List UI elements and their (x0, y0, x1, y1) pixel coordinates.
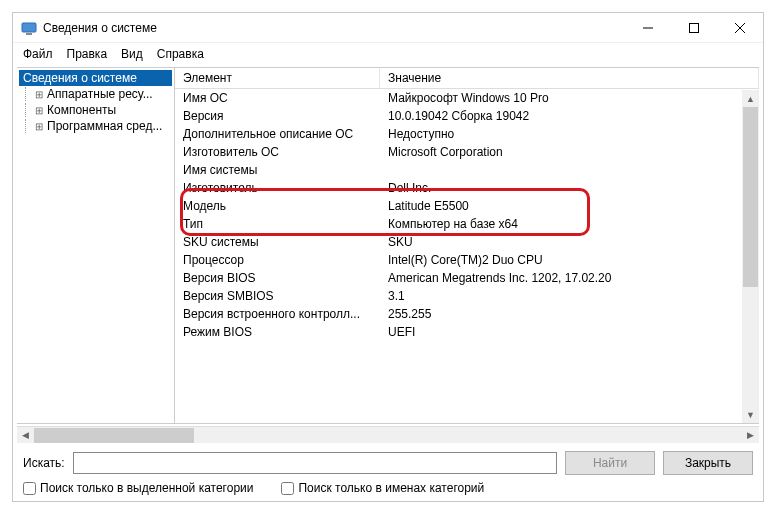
titlebar: Сведения о системе (13, 13, 763, 43)
cell-value: American Megatrends Inc. 1202, 17.02.20 (380, 269, 759, 287)
expand-icon[interactable]: ⊞ (33, 121, 45, 132)
list-row[interactable]: Версия SMBIOS3.1 (175, 287, 759, 305)
cell-element: Модель (175, 197, 380, 215)
horizontal-scrollbar[interactable]: ◀ ▶ (17, 426, 759, 443)
scroll-right-icon[interactable]: ▶ (742, 427, 759, 444)
scroll-down-icon[interactable]: ▼ (742, 406, 759, 423)
cell-element: Имя ОС (175, 89, 380, 107)
maximize-button[interactable] (671, 13, 717, 43)
cell-element: Режим BIOS (175, 323, 380, 341)
app-icon (21, 20, 37, 36)
search-label: Искать: (23, 456, 65, 470)
cell-value: Intel(R) Core(TM)2 Duo CPU (380, 251, 759, 269)
checkbox-only-names[interactable] (281, 482, 294, 495)
menubar: Файл Правка Вид Справка (13, 43, 763, 65)
cell-value: Microsoft Corporation (380, 143, 759, 161)
cell-value (380, 161, 759, 179)
list-row[interactable]: ПроцессорIntel(R) Core(TM)2 Duo CPU (175, 251, 759, 269)
tree-item-components[interactable]: ⊞ Компоненты (17, 102, 174, 118)
search-panel: Искать: Найти Закрыть Поиск только в выд… (13, 443, 763, 501)
system-info-window: Сведения о системе Файл Правка Вид Справ… (12, 12, 764, 502)
tree-label: Компоненты (47, 103, 116, 117)
list-row[interactable]: Версия встроенного контролл...255.255 (175, 305, 759, 323)
cell-element: Процессор (175, 251, 380, 269)
list-row[interactable]: МодельLatitude E5500 (175, 197, 759, 215)
cell-value: Dell Inc. (380, 179, 759, 197)
cell-element: Версия BIOS (175, 269, 380, 287)
checkbox-label: Поиск только в именах категорий (298, 481, 484, 495)
close-button[interactable] (717, 13, 763, 43)
cell-value: 3.1 (380, 287, 759, 305)
list-row[interactable]: Версия10.0.19042 Сборка 19042 (175, 107, 759, 125)
search-input[interactable] (73, 452, 557, 474)
scroll-left-icon[interactable]: ◀ (17, 427, 34, 444)
cell-value: UEFI (380, 323, 759, 341)
expand-icon[interactable]: ⊞ (33, 105, 45, 116)
cell-value: 255.255 (380, 305, 759, 323)
content-area: Сведения о системе ⊞ Аппаратные ресу... … (17, 67, 759, 424)
list-row[interactable]: ИзготовительDell Inc. (175, 179, 759, 197)
scroll-up-icon[interactable]: ▲ (742, 90, 759, 107)
list-row[interactable]: Имя ОСМайкрософт Windows 10 Pro (175, 89, 759, 107)
cell-value: 10.0.19042 Сборка 19042 (380, 107, 759, 125)
cell-value: Latitude E5500 (380, 197, 759, 215)
menu-file[interactable]: Файл (23, 47, 53, 61)
list-row[interactable]: Изготовитель ОСMicrosoft Corporation (175, 143, 759, 161)
menu-help[interactable]: Справка (157, 47, 204, 61)
svg-rect-0 (22, 23, 36, 32)
vertical-scrollbar[interactable]: ▲ ▼ (742, 90, 759, 423)
svg-rect-1 (26, 33, 32, 35)
details-pane: Элемент Значение Имя ОСМайкрософт Window… (175, 68, 759, 423)
list-row[interactable]: SKU системыSKU (175, 233, 759, 251)
expand-icon[interactable]: ⊞ (33, 89, 45, 100)
cell-value: Компьютер на базе x64 (380, 215, 759, 233)
cell-element: SKU системы (175, 233, 380, 251)
cell-element: Версия SMBIOS (175, 287, 380, 305)
list-row[interactable]: Дополнительное описание ОСНедоступно (175, 125, 759, 143)
find-button[interactable]: Найти (565, 451, 655, 475)
tree-pane: Сведения о системе ⊞ Аппаратные ресу... … (17, 68, 175, 423)
cell-element: Версия (175, 107, 380, 125)
list-body: Имя ОСМайкрософт Windows 10 ProВерсия10.… (175, 89, 759, 341)
column-element[interactable]: Элемент (175, 68, 380, 88)
minimize-button[interactable] (625, 13, 671, 43)
close-search-button[interactable]: Закрыть (663, 451, 753, 475)
cell-element: Дополнительное описание ОС (175, 125, 380, 143)
tree-item-hardware[interactable]: ⊞ Аппаратные ресу... (17, 86, 174, 102)
tree-label: Программная сред... (47, 119, 162, 133)
cell-element: Тип (175, 215, 380, 233)
list-row[interactable]: Имя системы (175, 161, 759, 179)
menu-edit[interactable]: Правка (67, 47, 108, 61)
list-row[interactable]: ТипКомпьютер на базе x64 (175, 215, 759, 233)
cell-element: Изготовитель (175, 179, 380, 197)
svg-rect-3 (690, 23, 699, 32)
checkbox-label: Поиск только в выделенной категории (40, 481, 253, 495)
checkbox-only-category[interactable] (23, 482, 36, 495)
checkbox-only-category-label[interactable]: Поиск только в выделенной категории (23, 481, 253, 495)
scrollbar-thumb[interactable] (743, 107, 758, 287)
tree-label: Сведения о системе (23, 71, 145, 85)
scrollbar-thumb[interactable] (34, 428, 194, 443)
column-value[interactable]: Значение (380, 68, 759, 88)
window-title: Сведения о системе (43, 21, 157, 35)
tree-item-software[interactable]: ⊞ Программная сред... (17, 118, 174, 134)
cell-element: Изготовитель ОС (175, 143, 380, 161)
cell-element: Версия встроенного контролл... (175, 305, 380, 323)
cell-value: Майкрософт Windows 10 Pro (380, 89, 759, 107)
menu-view[interactable]: Вид (121, 47, 143, 61)
checkbox-only-names-label[interactable]: Поиск только в именах категорий (281, 481, 484, 495)
cell-value: Недоступно (380, 125, 759, 143)
tree-label: Аппаратные ресу... (47, 87, 153, 101)
list-row[interactable]: Режим BIOSUEFI (175, 323, 759, 341)
cell-value: SKU (380, 233, 759, 251)
list-header: Элемент Значение (175, 68, 759, 89)
cell-element: Имя системы (175, 161, 380, 179)
tree-item-system-summary[interactable]: Сведения о системе (19, 70, 172, 86)
list-row[interactable]: Версия BIOSAmerican Megatrends Inc. 1202… (175, 269, 759, 287)
